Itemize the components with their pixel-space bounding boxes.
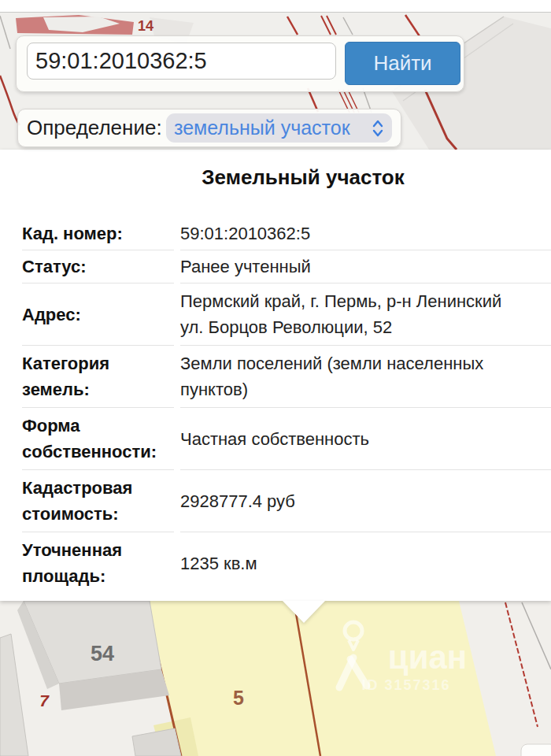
building-left-wedge — [0, 634, 28, 756]
row-value: 2928777.4 руб — [180, 470, 551, 532]
search-panel: Найти — [16, 35, 464, 92]
watermark-brand: циан — [388, 639, 467, 676]
cadastral-number-input[interactable] — [27, 43, 336, 80]
map-label-7: 7 — [39, 691, 50, 710]
cadastral-line — [505, 602, 538, 727]
row-value: 59:01:2010362:5 — [180, 217, 551, 250]
cadastral-line — [321, 16, 331, 35]
table-row: Категория земель: Земли поселений (земли… — [0, 346, 551, 408]
row-label: Кад. номер: — [22, 217, 174, 250]
table-row: Статус: Ранее учтенный — [0, 250, 551, 284]
row-value: Земли поселений (земли населенных пункто… — [180, 346, 551, 408]
row-label: Форма собственности: — [22, 408, 174, 470]
map-gray-line — [343, 17, 353, 35]
watermark-id: ID 3157316 — [361, 677, 450, 693]
selected-option-label: земельный участок — [174, 117, 372, 139]
cadastral-line — [327, 16, 336, 35]
table-row: Форма собственности: Частная собственнос… — [0, 408, 551, 470]
row-value: 1235 кв.м — [180, 532, 551, 594]
row-value: Частная собственность — [180, 408, 551, 470]
map-control-button[interactable] — [521, 744, 551, 756]
table-row: Кадастровая стоимость: 2928777.4 руб — [0, 470, 551, 532]
cadastral-line — [287, 17, 298, 35]
table-row: Уточненная площадь: 1235 кв.м — [0, 532, 551, 594]
card-pointer-arrow — [283, 601, 325, 623]
row-value: Ранее учтенный — [180, 250, 551, 284]
map-label-54: 54 — [91, 642, 114, 665]
map-gray-line-left — [0, 16, 10, 49]
card-title: Земельный участок — [0, 165, 551, 190]
parcel-info-card: Земельный участок Кад. номер: 59:01:2010… — [0, 150, 551, 601]
map-background-bottom[interactable]: 54 7 5 циан ID 3157316 — [0, 601, 551, 756]
row-value: Пермский край, г. Пермь, р-н Ленинский у… — [180, 284, 551, 346]
row-label: Категория земель: — [22, 346, 174, 408]
map-label-5: 5 — [233, 687, 244, 709]
search-button[interactable]: Найти — [345, 42, 460, 85]
filter-label: Определение: — [27, 116, 162, 140]
row-label: Уточненная площадь: — [22, 532, 174, 594]
parcel-info-table: Кад. номер: 59:01:2010362:5 Статус: Ране… — [0, 217, 551, 594]
row-label: Статус: — [22, 250, 174, 284]
building-bottom — [132, 728, 181, 756]
table-row: Адрес: Пермский край, г. Пермь, р-н Лени… — [0, 284, 551, 346]
table-row: Кад. номер: 59:01:2010362:5 — [0, 217, 551, 250]
filter-panel: Определение: земельный участок — [17, 109, 401, 147]
object-type-select[interactable]: земельный участок — [166, 113, 392, 143]
row-label: Адрес: — [22, 284, 174, 346]
chevron-up-down-icon — [372, 119, 384, 138]
cadastral-line — [405, 15, 420, 36]
map-gray-line — [522, 602, 551, 669]
status-bar — [0, 0, 551, 13]
map-label-14: 14 — [138, 18, 153, 34]
row-label: Кадастровая стоимость: — [22, 470, 174, 532]
map-bottom-canvas: 54 7 5 циан ID 3157316 — [0, 601, 551, 756]
